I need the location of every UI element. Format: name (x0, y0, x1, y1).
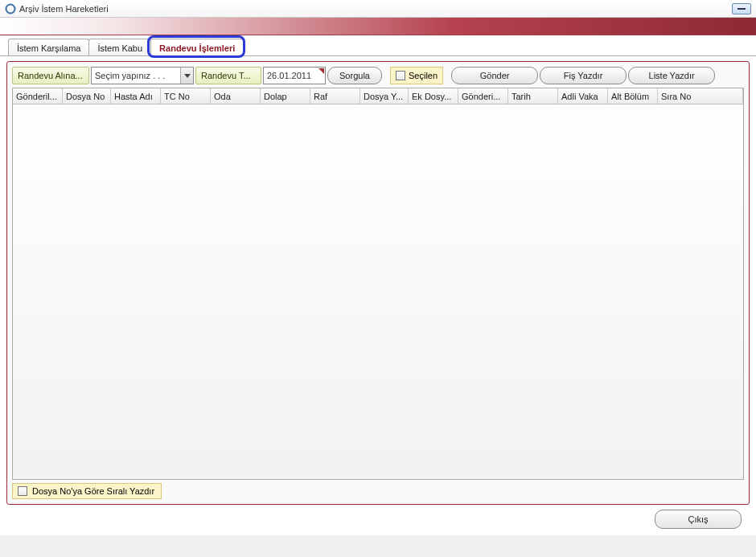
col-tc-no[interactable]: TC No (161, 88, 211, 104)
chevron-down-icon (180, 68, 193, 84)
button-label: Fiş Yazdır (564, 71, 603, 80)
checkbox-icon (18, 486, 27, 496)
col-hasta-adi[interactable]: Hasta Adı (111, 88, 161, 104)
tab-istem-karsilama[interactable]: İstem Karşılama (8, 39, 89, 56)
col-alt-bolum[interactable]: Alt Bölüm (608, 88, 658, 104)
tab-label: Randevu İşlemleri (159, 43, 235, 53)
data-grid: Gönderil... Dosya No Hasta Adı TC No Oda… (12, 88, 744, 480)
col-dosya-y[interactable]: Dosya Y... (360, 88, 409, 104)
date-value: 26.01.2011 (267, 71, 311, 80)
fis-yazdir-button[interactable]: Fiş Yazdır (540, 67, 627, 84)
label-randevu-alinan: Randevu Alına... (12, 67, 89, 84)
col-sira-no[interactable]: Sıra No (658, 88, 743, 104)
checkbox-label: Dosya No'ya Göre Sıralı Yazdır (32, 486, 154, 496)
titlebar: Arşiv İstem Hareketleri (0, 0, 756, 18)
checkbox-icon (396, 71, 405, 80)
button-label: Liste Yazdır (649, 71, 695, 80)
footer: Çıkış (6, 505, 750, 529)
cikis-button[interactable]: Çıkış (655, 510, 742, 529)
svg-point-0 (6, 4, 15, 13)
window-title: Arşiv İstem Hareketleri (19, 4, 729, 14)
app-icon (5, 3, 16, 14)
header-banner (0, 18, 756, 35)
minimize-button[interactable] (732, 3, 751, 14)
secilen-checkbox-wrap[interactable]: Seçilen (390, 67, 443, 84)
minimize-icon (738, 8, 746, 10)
date-input[interactable]: 26.01.2011 (263, 67, 326, 84)
col-ek-dosy[interactable]: Ek Dosy... (409, 88, 458, 104)
grid-header: Gönderil... Dosya No Hasta Adı TC No Oda… (13, 88, 743, 104)
liste-yazdir-button[interactable]: Liste Yazdır (628, 67, 715, 84)
col-oda[interactable]: Oda (211, 88, 261, 104)
content-area: Randevu Alına... Seçim yapınız . . . Ran… (0, 56, 756, 535)
col-tarih[interactable]: Tarih (508, 88, 558, 104)
button-label: Sorgula (339, 71, 370, 80)
col-gonderi[interactable]: Gönderi... (458, 88, 508, 104)
toolbar: Randevu Alına... Seçim yapınız . . . Ran… (12, 67, 744, 84)
button-label: Çıkış (688, 514, 708, 524)
bottom-row: Dosya No'ya Göre Sıralı Yazdır (12, 483, 744, 499)
col-raf[interactable]: Raf (310, 88, 360, 104)
combo-secim[interactable]: Seçim yapınız . . . (91, 67, 194, 84)
tab-row: İstem Karşılama İstem Kabu Randevu İşlem… (0, 35, 756, 56)
checkbox-label: Seçilen (409, 71, 438, 80)
tab-istem-kabu[interactable]: İstem Kabu (88, 39, 151, 56)
col-gonderilis[interactable]: Gönderil... (13, 88, 63, 104)
button-label: Gönder (480, 71, 510, 80)
tab-label: İstem Karşılama (17, 43, 80, 53)
main-panel: Randevu Alına... Seçim yapınız . . . Ran… (6, 61, 750, 505)
sorgula-button[interactable]: Sorgula (327, 67, 382, 84)
combo-text: Seçim yapınız . . . (92, 71, 180, 80)
grid-body[interactable] (13, 104, 743, 479)
label-randevu-tarih: Randevu T... (195, 67, 261, 84)
tab-randevu-islemleri[interactable]: Randevu İşlemleri (150, 39, 244, 56)
col-adli-vaka[interactable]: Adli Vaka (558, 88, 608, 104)
col-dolap[interactable]: Dolap (261, 88, 310, 104)
tab-label: İstem Kabu (97, 43, 142, 53)
gonder-button[interactable]: Gönder (451, 67, 538, 84)
col-dosya-no[interactable]: Dosya No (63, 88, 111, 104)
dosya-no-sirali-checkbox[interactable]: Dosya No'ya Göre Sıralı Yazdır (12, 483, 162, 499)
